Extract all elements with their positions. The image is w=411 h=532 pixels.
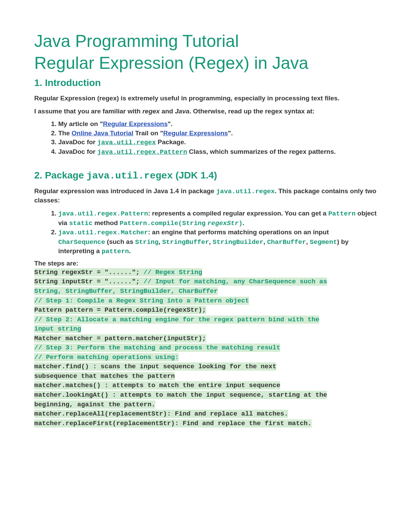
section-2-heading: 2. Package java.util.regex (JDK 1.4): [34, 170, 377, 181]
section-1-heading: 1. Introduction: [34, 77, 377, 88]
intro-reading-list: My article on "Regular Expressions". The…: [48, 120, 377, 157]
online-java-tutorial-link[interactable]: Online Java Tutorial: [72, 129, 133, 137]
list-item: The Online Java Tutorial Trail on "Regul…: [58, 129, 377, 138]
steps-label: The steps are:: [34, 260, 377, 267]
java-util-regex-pattern-javadoc-link[interactable]: java.util.regex.Pattern: [97, 148, 187, 156]
regular-expressions-link[interactable]: Regular Expressions: [103, 120, 167, 127]
section-2-paragraph-1: Regular expression was introduced in Jav…: [34, 187, 377, 205]
intro-paragraph-2: I assume that you are familiar with rege…: [34, 107, 377, 116]
list-item: My article on "Regular Expressions".: [58, 120, 377, 129]
list-item: JavaDoc for java.util.regex.Pattern Clas…: [58, 147, 377, 157]
regular-expressions-trail-link[interactable]: Regular Expressions: [163, 129, 228, 137]
intro-paragraph-1: Regular Expression (regex) is extremely …: [34, 94, 377, 103]
list-item: java.util.regex.Matcher: an engine that …: [58, 228, 377, 256]
code-example: String regexStr = "......"; // Regex Str…: [34, 268, 377, 428]
page-title-line-2: Regular Expression (Regex) in Java: [34, 53, 377, 73]
java-util-regex-javadoc-link[interactable]: java.util.regex: [97, 139, 156, 146]
list-item: java.util.regex.Pattern: represents a co…: [58, 209, 377, 228]
list-item: JavaDoc for java.util.regex Package.: [58, 138, 377, 147]
package-classes-list: java.util.regex.Pattern: represents a co…: [48, 209, 377, 256]
page-title-line-1: Java Programming Tutorial: [34, 31, 377, 51]
